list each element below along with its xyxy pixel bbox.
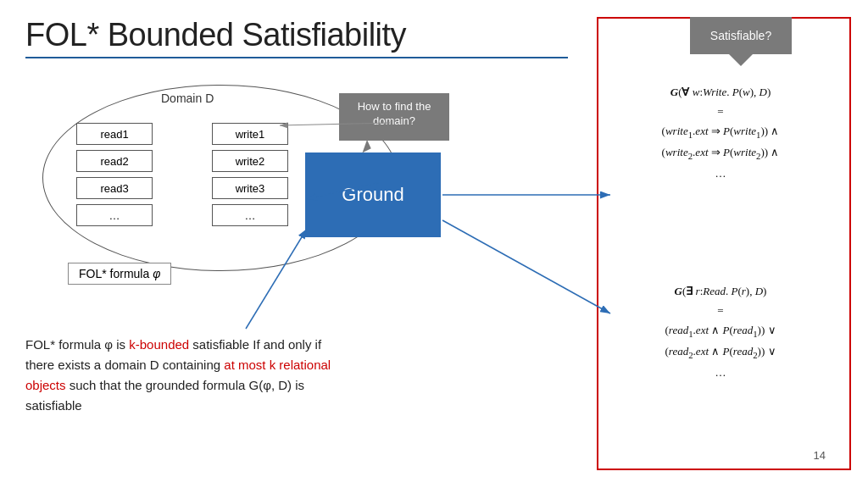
math-line-6: G(∃ r:Read. P(r), D) xyxy=(610,282,831,301)
satisfiable-callout: Satisfiable? xyxy=(690,17,792,54)
math-line-8: (read1.ext ∧ P(read1)) ∨ xyxy=(610,321,831,341)
math-line-5: … xyxy=(610,164,831,183)
page-number: 14 xyxy=(814,449,826,462)
read3-box: read3 xyxy=(76,177,153,199)
write-boxes: write1 write2 write3 … xyxy=(212,123,288,231)
math-line-4: (write2.ext ⇒ P(write2)) ∧ xyxy=(610,143,831,164)
read-boxes: read1 read2 read3 … xyxy=(76,123,153,231)
math-line-7: = xyxy=(610,302,831,320)
read-ellipsis-box: … xyxy=(76,204,153,226)
bottom-line2: there exists a domain D containing at mo… xyxy=(25,358,331,372)
read2-box: read2 xyxy=(76,150,153,172)
write3-box: write3 xyxy=(212,177,288,199)
svg-line-5 xyxy=(442,220,610,313)
math-line-9: (read2.ext ∧ P(read2)) ∨ xyxy=(610,342,831,363)
slide: FOL* Bounded Satisfiability Domain D rea… xyxy=(0,0,868,488)
bottom-line1: FOL* formula φ is k-bounded satisfiable … xyxy=(25,337,321,352)
read1-box: read1 xyxy=(76,123,153,145)
callout-how-to-find: How to find the domain? xyxy=(339,93,449,141)
right-bottom-math: G(∃ r:Read. P(r), D) = (read1.ext ∧ P(re… xyxy=(610,281,831,383)
fol-formula-label: FOL* formula φ xyxy=(68,263,171,285)
bottom-line4: satisfiable xyxy=(25,398,82,413)
title-underline xyxy=(25,57,568,58)
write-ellipsis-box: … xyxy=(212,204,288,226)
write1-box: write1 xyxy=(212,123,288,145)
domain-label: Domain D xyxy=(161,92,214,105)
right-top-math: G(∀ w:Write. P(w), D) = (write1.ext ⇒ P(… xyxy=(610,82,831,184)
bottom-text: FOL* formula φ is k-bounded satisfiable … xyxy=(25,335,500,416)
bottom-line3: objects such that the grounded formula G… xyxy=(25,378,304,392)
fol-label-text: FOL* formula φ xyxy=(79,267,160,280)
ground-box: Ground xyxy=(305,152,441,237)
math-line-1: G(∀ w:Write. P(w), D) xyxy=(610,83,831,102)
math-line-3: (write1.ext ⇒ P(write1)) ∧ xyxy=(610,122,831,142)
math-line-2: = xyxy=(610,103,831,121)
write2-box: write2 xyxy=(212,150,288,172)
math-line-10: … xyxy=(610,363,831,382)
right-panel: G(∀ w:Write. P(w), D) = (write1.ext ⇒ P(… xyxy=(597,17,851,470)
